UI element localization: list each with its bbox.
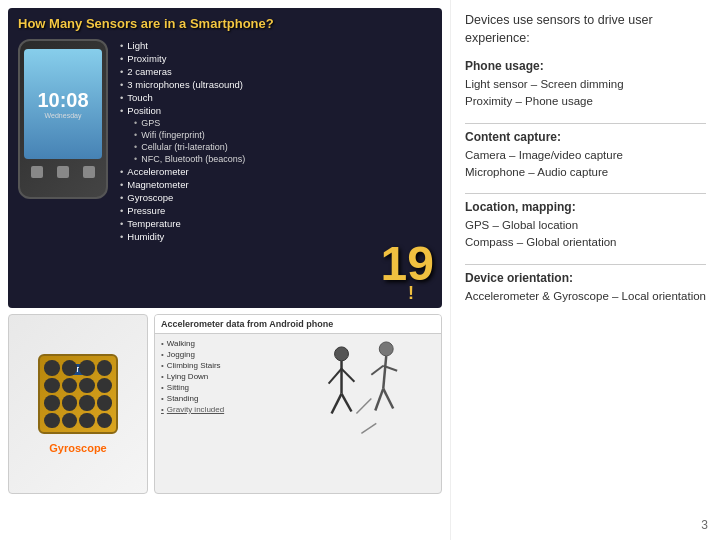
svg-point-6 (380, 342, 394, 356)
phone-icon-2 (57, 166, 69, 178)
right-panel: Devices use sensors to drive user experi… (450, 0, 720, 540)
gps-usage: GPS – Global location (465, 217, 706, 234)
bottom-images: STM Gyroscope Accelerometer data from An… (8, 314, 442, 504)
smartphone-title: How Many Sensors are in a Smartphone? (8, 8, 442, 35)
sensor-light: Light (120, 39, 245, 52)
sensor-magnetometer: Magnetometer (120, 178, 245, 191)
phone-time: 10:08 (37, 89, 88, 112)
sensor-position: Position (120, 104, 245, 117)
accelerometer-box: Accelerometer data from Android phone Wa… (154, 314, 442, 494)
section-orientation: Device orientation: Accelerometer & Gyro… (465, 271, 706, 305)
accel-figures (292, 334, 441, 488)
svg-line-3 (342, 369, 355, 382)
divider-3 (465, 264, 706, 265)
section-phone-usage-title: Phone usage: (465, 59, 706, 73)
svg-line-10 (376, 389, 384, 411)
camera-usage: Camera – Image/video capture (465, 147, 706, 164)
gyroscope-box: STM Gyroscope (8, 314, 148, 494)
section-location: Location, mapping: GPS – Global location… (465, 200, 706, 252)
svg-line-2 (329, 369, 342, 384)
sensor-cameras: 2 cameras (120, 65, 245, 78)
sensor-gyroscope: Gyroscope (120, 191, 245, 204)
page-container: How Many Sensors are in a Smartphone? 10… (0, 0, 720, 540)
intro-text: Devices use sensors to drive user experi… (465, 12, 706, 47)
accel-jogging: Jogging (161, 349, 286, 360)
sensor-temperature: Temperature (120, 217, 245, 230)
svg-line-4 (332, 394, 342, 414)
svg-line-5 (342, 394, 352, 412)
section-content-capture: Content capture: Camera – Image/video ca… (465, 130, 706, 182)
figures-svg (292, 334, 441, 488)
svg-point-0 (335, 347, 349, 361)
phone-screen: 10:08 Wednesday (24, 49, 102, 159)
svg-line-12 (357, 399, 372, 414)
divider-2 (465, 193, 706, 194)
sensor-wifi: Wifi (fingerprint) (120, 129, 245, 141)
gyroscope-chip: STM (38, 354, 118, 434)
sensor-touch: Touch (120, 91, 245, 104)
section-content-title: Content capture: (465, 130, 706, 144)
phone-mockup: 10:08 Wednesday (18, 39, 108, 199)
accel-content: Walking Jogging Climbing Stairs Lying Do… (155, 334, 441, 488)
phone-icon-1 (31, 166, 43, 178)
gyroscope-label: Gyroscope (49, 442, 106, 454)
sensor-proximity-phone: Proximity – Phone usage (465, 93, 706, 110)
sensor-gps: GPS (120, 117, 245, 129)
chip-dots (44, 360, 112, 428)
svg-line-8 (372, 366, 384, 375)
accel-sitting: Sitting (161, 382, 286, 393)
section-orientation-title: Device orientation: (465, 271, 706, 285)
svg-line-11 (384, 389, 394, 409)
microphone-usage: Microphone – Audio capture (465, 164, 706, 181)
right-content: Devices use sensors to drive user experi… (465, 12, 706, 317)
sensor-proximity: Proximity (120, 52, 245, 65)
sensor-nfc: NFC, Bluetooth (beacons) (120, 153, 245, 165)
section-location-title: Location, mapping: (465, 200, 706, 214)
accel-climbing: Climbing Stairs (161, 360, 286, 371)
accel-walking: Walking (161, 338, 286, 349)
sensor-microphones: 3 microphones (ultrasound) (120, 78, 245, 91)
accel-lying: Lying Down (161, 371, 286, 382)
phone-icon-3 (83, 166, 95, 178)
phone-date: Wednesday (45, 112, 82, 119)
sensor-accelerometer: Accelerometer (120, 165, 245, 178)
smartphone-content: 10:08 Wednesday Light Proximity 2 camera… (8, 35, 442, 247)
svg-line-13 (362, 423, 377, 433)
sensor-exclaim: ! (408, 283, 414, 304)
section-phone-usage: Phone usage: Light sensor – Screen dimmi… (465, 59, 706, 111)
sensor-cellular: Cellular (tri-lateration) (120, 141, 245, 153)
accel-gravity: Gravity included (161, 404, 286, 415)
sensor-humidity: Humidity (120, 230, 245, 243)
divider-1 (465, 123, 706, 124)
compass-usage: Compass – Global orientation (465, 234, 706, 251)
smartphone-image: How Many Sensors are in a Smartphone? 10… (8, 8, 442, 308)
phone-bottom (20, 163, 106, 181)
sensor-pressure: Pressure (120, 204, 245, 217)
accel-list: Walking Jogging Climbing Stairs Lying Do… (155, 334, 292, 488)
sensor-count-badge: 19 (381, 240, 434, 288)
accel-header: Accelerometer data from Android phone (155, 315, 441, 334)
left-panel: How Many Sensors are in a Smartphone? 10… (0, 0, 450, 540)
accel-standing: Standing (161, 393, 286, 404)
sensor-light-screen: Light sensor – Screen dimming (465, 76, 706, 93)
sensor-list: Light Proximity 2 cameras 3 microphones … (120, 39, 245, 243)
orientation-usage: Accelerometer & Gyroscope – Local orient… (465, 288, 706, 305)
svg-line-7 (384, 356, 387, 389)
page-number: 3 (701, 518, 708, 532)
